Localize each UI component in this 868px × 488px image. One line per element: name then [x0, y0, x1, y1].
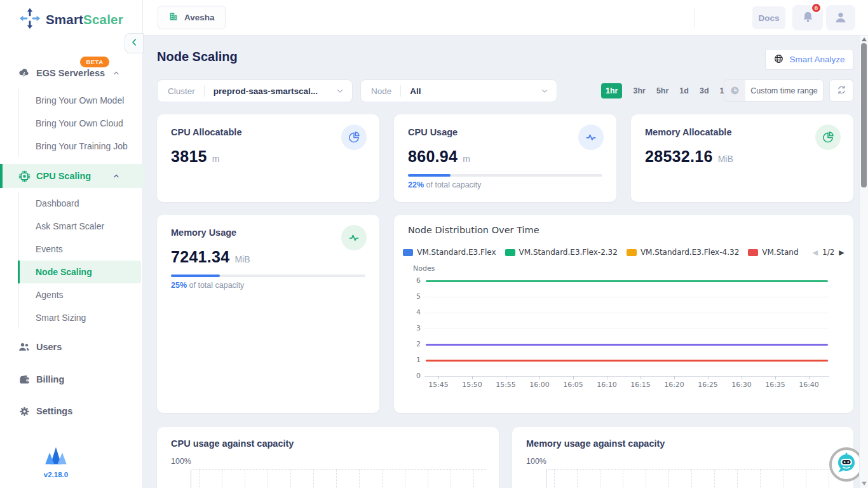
- brain-icon: [773, 53, 784, 66]
- gear-icon: [18, 405, 31, 417]
- crown-logo-icon: [43, 458, 69, 468]
- user-menu-button[interactable]: [826, 5, 855, 30]
- chevron-down-icon: [540, 86, 549, 95]
- smart-analyze-button[interactable]: Smart Analyze: [765, 49, 853, 70]
- time-range-3hr[interactable]: 3hr: [633, 86, 645, 95]
- legend-pagination: ◀ 1/2 ▶: [813, 248, 844, 257]
- bell-icon: [801, 10, 815, 25]
- sidebar-item-smart-sizing[interactable]: Smart Sizing: [19, 306, 141, 329]
- node-select-label: Node: [371, 86, 391, 96]
- sidebar-item-agents[interactable]: Agents: [19, 283, 141, 306]
- legend-item[interactable]: VM.Standard.E3.Flex: [403, 248, 496, 257]
- cpu-usage-value: 860.94: [408, 147, 458, 166]
- app-logo[interactable]: SmartScaler: [19, 8, 123, 32]
- cpu-capacity-card: CPU usage against capacity 100%: [157, 427, 499, 488]
- org-selector-button[interactable]: Avesha: [158, 6, 226, 29]
- smartscaler-logo-icon: [19, 8, 41, 32]
- memory-usage-card: Memory Usage 7241.34 MiB 25% of total ca…: [157, 215, 379, 413]
- custom-time-range-label: Custom time range: [745, 80, 823, 101]
- robot-chat-icon: [834, 451, 858, 478]
- time-range-1hr[interactable]: 1hr: [601, 83, 622, 98]
- cpu-usage-progress: [408, 174, 602, 177]
- time-range-5hr[interactable]: 5hr: [656, 86, 668, 95]
- scrollbar[interactable]: [859, 36, 868, 488]
- cloud-lightning-icon: [18, 67, 31, 79]
- cpu-usage-progress-fill: [408, 174, 451, 177]
- node-distribution-card: Node Distribution Over Time VM.Standard.…: [394, 215, 853, 413]
- memory-usage-value: 7241.34: [171, 248, 229, 266]
- legend-prev-icon[interactable]: ◀: [813, 248, 818, 257]
- chatbot-button[interactable]: [829, 447, 864, 482]
- scrollbar-up-arrow[interactable]: [862, 37, 867, 41]
- users-icon: [18, 341, 31, 353]
- sidebar-item-billing[interactable]: Billing: [0, 368, 143, 391]
- sidebar-item-settings[interactable]: Settings: [0, 400, 143, 423]
- docs-button[interactable]: Docs: [752, 6, 785, 29]
- pie-chart-icon: [815, 125, 841, 150]
- memory-usage-progress: [171, 274, 365, 277]
- avatar: [834, 10, 848, 26]
- series-line[interactable]: [426, 280, 828, 282]
- legend-item[interactable]: VM.Standard.E3.Flex-4.32: [627, 248, 739, 257]
- custom-time-range-button[interactable]: Custom time range: [724, 79, 824, 102]
- scrollbar-down-arrow[interactable]: [862, 482, 867, 485]
- sidebar-item-events[interactable]: Events: [19, 238, 141, 261]
- cpu-scaling-subnav: Dashboard Ask Smart Scaler Events Node S…: [18, 192, 141, 329]
- sidebar-item-ask-smart-scaler[interactable]: Ask Smart Scaler: [19, 215, 141, 238]
- node-select[interactable]: Node All: [360, 79, 557, 102]
- version-box: v2.18.0: [34, 446, 78, 478]
- refresh-button[interactable]: [829, 79, 853, 102]
- memory-capacity-card: Memory usage against capacity 100%: [512, 427, 853, 488]
- pie-chart-icon: [341, 125, 367, 150]
- app-version: v2.18.0: [34, 471, 78, 478]
- chevron-up-icon: [112, 69, 120, 77]
- sidebar-group-egs-serverless[interactable]: EGS Serverless: [0, 62, 143, 84]
- sidebar-item-bring-your-training-job[interactable]: Bring Your Training Job: [19, 135, 141, 158]
- time-range-3d[interactable]: 3d: [700, 86, 709, 95]
- scrollbar-thumb[interactable]: [861, 43, 867, 187]
- legend-next-icon[interactable]: ▶: [839, 248, 844, 257]
- notification-count-badge: 0: [811, 3, 822, 13]
- org-name: Avesha: [184, 13, 215, 22]
- cpu-usage-card: CPU Usage 860.94 m 22% of total capacity: [394, 114, 616, 202]
- time-range-group: 1hr 3hr 5hr 1d 3d 1w: [601, 83, 730, 99]
- topbar-divider: [694, 8, 695, 28]
- activity-icon: [341, 225, 367, 250]
- legend-item[interactable]: VM.Stand: [748, 248, 798, 257]
- wallet-icon: [18, 373, 31, 386]
- chart-title: Node Distribution Over Time: [408, 225, 539, 235]
- legend-page: 1/2: [822, 248, 834, 257]
- cluster-select[interactable]: Cluster preprod-saas-smartscal...: [157, 79, 353, 102]
- sidebar-item-users[interactable]: Users: [0, 336, 143, 358]
- cpu-allocatable-value: 3815: [171, 147, 207, 166]
- chevron-down-icon: [336, 86, 344, 95]
- series-line[interactable]: [426, 360, 828, 362]
- y-axis-label: Nodes: [413, 264, 435, 273]
- memory-usage-progress-fill: [171, 274, 220, 277]
- sidebar: SmartScaler BETA EGS Serverless Bring Yo…: [0, 0, 143, 488]
- legend-item[interactable]: VM.Standard.E3.Flex-2.32: [505, 248, 618, 257]
- activity-icon: [578, 125, 604, 150]
- sidebar-group-cpu-scaling[interactable]: CPU Scaling: [0, 164, 143, 188]
- memory-allocatable-value: 28532.16: [645, 147, 713, 166]
- cpu-allocatable-card: CPU Allocatable 3815 m: [157, 114, 379, 202]
- clock-icon: [724, 80, 745, 101]
- cluster-select-value: preprod-saas-smartscal...: [214, 86, 318, 96]
- sidebar-group-label: CPU Scaling: [36, 171, 91, 181]
- sidebar-item-bring-your-own-model[interactable]: Bring Your Own Model: [19, 89, 141, 112]
- sidebar-item-node-scaling[interactable]: Node Scaling: [18, 261, 141, 283]
- building-icon: [168, 11, 179, 24]
- top-bar: Avesha Docs 0: [143, 0, 868, 36]
- page-title: Node Scaling: [157, 50, 238, 64]
- sidebar-collapse-button[interactable]: [125, 33, 144, 53]
- sidebar-item-bring-your-own-cloud[interactable]: Bring Your Own Cloud: [19, 112, 141, 135]
- sidebar-item-dashboard[interactable]: Dashboard: [19, 192, 141, 215]
- app-root: Avesha Docs 0 SmartScaler BETA: [0, 0, 868, 488]
- time-range-1d[interactable]: 1d: [679, 86, 689, 95]
- series-line[interactable]: [426, 344, 828, 346]
- chevron-left-icon: [130, 37, 139, 50]
- chevron-up-icon: [112, 172, 120, 180]
- chart-gridlines: [548, 469, 841, 488]
- refresh-icon: [836, 85, 847, 97]
- cluster-select-label: Cluster: [168, 86, 195, 96]
